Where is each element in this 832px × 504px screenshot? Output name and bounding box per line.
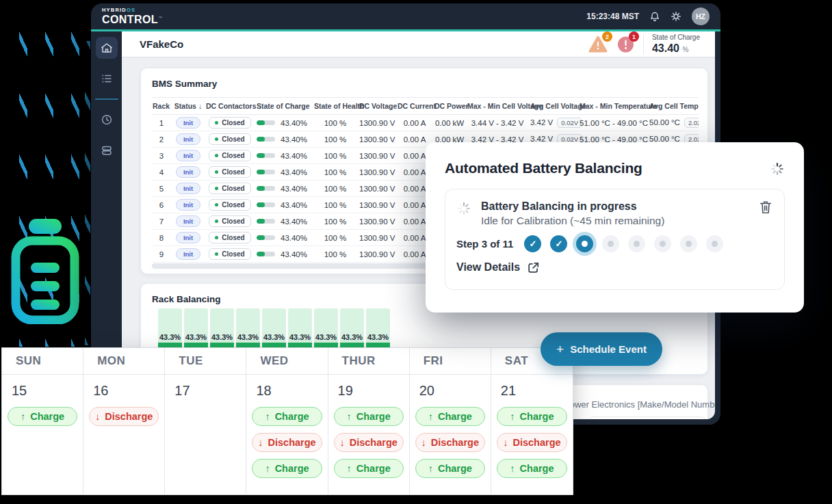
schedule-event-button[interactable]: Schedule Event	[541, 332, 662, 366]
gear-icon[interactable]	[671, 11, 681, 22]
column-header[interactable]: DC Voltage	[358, 98, 396, 115]
column-header[interactable]: DC Current	[396, 98, 433, 115]
calendar-cell[interactable]: 16 Discharge	[83, 375, 165, 495]
column-header[interactable]: State of Health	[313, 98, 358, 115]
alarm-alerts-button[interactable]: 1	[616, 35, 635, 53]
charge-event-pill[interactable]: Charge	[252, 459, 322, 478]
column-header[interactable]: Avg Cell Temp	[648, 98, 699, 115]
step-dot	[524, 235, 541, 252]
column-header[interactable]: DC Contactors↓	[205, 98, 255, 115]
soc-progress-bar	[257, 186, 275, 191]
column-header[interactable]: Status↓	[172, 98, 205, 115]
step-dot	[576, 235, 593, 252]
dc-voltage-value: 1300.90 V	[358, 181, 396, 197]
step-dot	[602, 235, 619, 252]
closed-dot-icon	[215, 220, 218, 223]
delete-balancing-button[interactable]	[758, 199, 773, 215]
charge-event-pill[interactable]: Charge	[334, 407, 404, 426]
list-icon	[101, 72, 113, 85]
brand-tm: ™	[158, 15, 162, 19]
site-name: VFakeCo	[140, 38, 183, 50]
status-badge: Init	[176, 232, 200, 243]
soc-cell-value: 43.40%	[281, 185, 307, 193]
brand-logo: HYBRIDOS CONTROL™	[102, 8, 162, 25]
avatar[interactable]: HZ	[692, 8, 710, 25]
event-label: Charge	[520, 411, 554, 422]
column-header[interactable]: DC Power	[433, 98, 466, 115]
status-badge: Init	[176, 117, 200, 129]
status-line2: Idle for Calibration (~45 min remaining)	[481, 214, 664, 228]
calendar-header: SUN MON TUE WED THUR FRI SAT	[2, 348, 573, 375]
event-label: Charge	[438, 463, 472, 474]
column-header[interactable]: State of Charge	[255, 98, 313, 115]
calendar-date: 19	[338, 383, 404, 399]
battery-illustration	[10, 217, 81, 324]
charge-event-pill[interactable]: Charge	[334, 459, 404, 478]
charge-event-pill[interactable]: Charge	[497, 407, 567, 426]
calendar-date: 16	[93, 383, 159, 399]
soc-progress-bar	[257, 153, 275, 158]
soh-value: 100 %	[313, 197, 358, 213]
discharge-event-pill[interactable]: Discharge	[252, 433, 322, 452]
external-link-icon	[527, 261, 540, 274]
closed-dot-icon	[215, 170, 218, 174]
soh-value: 100 %	[313, 246, 358, 263]
table-row[interactable]: 1 Init Closed 43.40% 100 % 1300.90 V 0.0…	[151, 115, 699, 131]
brand-hybrid: HYBRID	[102, 7, 127, 13]
calendar-day-name: TUE	[165, 348, 246, 374]
modal-title: Automated Battery Balancing	[445, 160, 642, 176]
calendar-cell[interactable]: 21 ChargeDischargeCharge	[491, 375, 573, 495]
sidebar-item-modules[interactable]	[96, 140, 118, 161]
discharge-event-pill[interactable]: Discharge	[415, 433, 485, 452]
dash-pattern-decoration	[85, 41, 90, 345]
warning-alerts-button[interactable]: 2	[588, 35, 608, 53]
soc-cell-value: 43.40%	[281, 217, 307, 226]
avg-cell-voltage: 3.42 V	[530, 118, 553, 127]
contactor-badge: Closed	[209, 215, 250, 227]
view-details-label: View Details	[456, 261, 520, 274]
soc-progress-bar	[257, 235, 275, 240]
dc-current-value: 0.00 A	[396, 115, 433, 131]
trash-icon	[758, 199, 773, 215]
dc-voltage-value: 1300.90 V	[358, 230, 396, 246]
sidebar-divider	[95, 98, 118, 100]
calendar-events: Charge	[8, 407, 77, 426]
calendar-cell[interactable]: 20 ChargeDischargeCharge	[410, 375, 491, 495]
sidebar-item-home[interactable]	[96, 37, 118, 59]
sidebar-item-history[interactable]	[96, 109, 118, 131]
contactor-badge: Closed	[209, 166, 250, 178]
bell-icon[interactable]	[649, 11, 660, 23]
soc-cell-value: 43.40%	[281, 250, 307, 258]
calendar-cell[interactable]: 18 ChargeDischargeCharge	[246, 375, 328, 495]
rack-number: 3	[151, 148, 172, 164]
rack-bar-label: 43.3%	[288, 333, 312, 341]
discharge-event-pill[interactable]: Discharge	[497, 433, 567, 452]
calendar-cell[interactable]: 19 ChargeDischargeCharge	[328, 375, 410, 495]
step-dot	[550, 235, 567, 252]
sidebar-item-list[interactable]	[96, 68, 118, 90]
column-header[interactable]: Rack	[151, 98, 172, 115]
discharge-event-pill[interactable]: Discharge	[89, 407, 159, 426]
column-header[interactable]: Max - Min Cell Voltage	[466, 98, 529, 115]
soh-value: 100 %	[313, 115, 358, 131]
view-details-link[interactable]: View Details	[456, 261, 540, 274]
charge-event-pill[interactable]: Charge	[415, 459, 485, 478]
charge-event-pill[interactable]: Charge	[415, 407, 485, 426]
charge-event-pill[interactable]: Charge	[8, 407, 77, 426]
rack-number: 4	[151, 164, 172, 181]
discharge-event-pill[interactable]: Discharge	[334, 433, 404, 452]
power-electronics-field	[587, 416, 707, 419]
calendar-cell[interactable]: 15 Charge	[2, 375, 83, 495]
soc-cell-value: 43.40%	[281, 135, 307, 144]
calendar-cell[interactable]: 17	[165, 375, 246, 495]
soc-progress-bar	[257, 202, 275, 207]
status-badge: Init	[176, 199, 200, 211]
charge-event-pill[interactable]: Charge	[497, 459, 567, 478]
soc-label: State of Charge	[652, 34, 700, 42]
step-dot	[628, 235, 645, 252]
soc-progress-bar	[257, 137, 275, 142]
column-header[interactable]: Max - Min Temperature	[578, 98, 648, 115]
column-header[interactable]: Avg Cell Voltage	[529, 98, 578, 115]
charge-event-pill[interactable]: Charge	[252, 407, 322, 426]
spinner-icon	[770, 161, 785, 176]
